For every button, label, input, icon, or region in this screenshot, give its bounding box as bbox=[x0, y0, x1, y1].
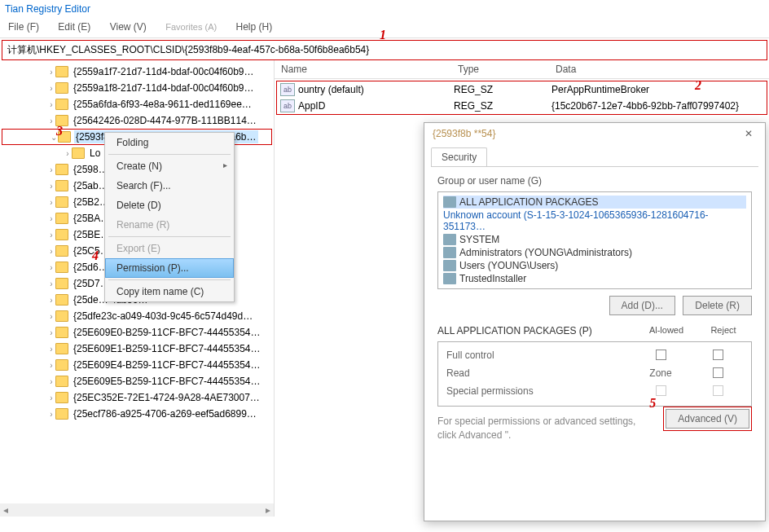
chevron-right-icon[interactable]: › bbox=[47, 117, 55, 125]
chevron-right-icon[interactable]: › bbox=[47, 361, 55, 370]
menu-edit[interactable]: Edit (E) bbox=[50, 18, 99, 36]
tree-item[interactable]: ›{25EC352E-72E1-4724-9A28-4AE73007… bbox=[0, 389, 274, 406]
advanced-button[interactable]: Advanced (V) bbox=[666, 409, 749, 429]
menu-favorites[interactable]: Favorites (A) bbox=[157, 19, 225, 35]
value-row[interactable]: abAppIDREG_SZ{15c20b67-12e7-4bb6-92bb-7a… bbox=[277, 98, 767, 114]
tree-item[interactable]: ›{25dfe23c-a049-403d-9c45-6c574d49d… bbox=[0, 308, 274, 324]
chevron-right-icon[interactable]: › bbox=[47, 165, 55, 174]
context-menu: Folding Create (N) Search (F)... Delete … bbox=[104, 132, 235, 302]
allow-checkbox[interactable]: Zone bbox=[632, 367, 689, 380]
group-item[interactable]: SYSTEM bbox=[443, 233, 746, 246]
chevron-right-icon[interactable]: › bbox=[47, 296, 55, 305]
col-data[interactable]: Data bbox=[549, 60, 769, 78]
chevron-right-icon[interactable]: › bbox=[47, 247, 55, 256]
value-row[interactable]: abountry (default)REG_SZPerAppRuntimeBro… bbox=[277, 81, 767, 98]
menu-view[interactable]: View (V) bbox=[102, 18, 155, 36]
folder-icon bbox=[55, 99, 68, 110]
group-item[interactable]: Administrators (YOUNG\Administrators) bbox=[443, 246, 746, 259]
perm-row: Special permissions bbox=[443, 383, 746, 401]
close-icon[interactable]: ✕ bbox=[740, 128, 757, 139]
ctx-copy-item-name[interactable]: Copy item name (C) bbox=[105, 282, 234, 301]
ctx-delete[interactable]: Delete (D) bbox=[105, 196, 234, 215]
allow-checkbox[interactable] bbox=[632, 385, 689, 398]
value-data: {15c20b67-12e7-4bb6-92bb-7aff07997402} bbox=[551, 100, 767, 112]
users-icon bbox=[443, 260, 456, 271]
group-name: SYSTEM bbox=[459, 234, 499, 245]
users-icon bbox=[443, 196, 456, 208]
ctx-rename[interactable]: Rename (R) bbox=[105, 215, 234, 235]
chevron-right-icon[interactable]: › bbox=[47, 198, 55, 207]
tree-label: {25EC352E-72E1-4724-9A28-4AE73007… bbox=[72, 391, 261, 404]
tree-scrollbar-h[interactable]: ◂▸ bbox=[0, 503, 274, 517]
ctx-permission[interactable]: Permission (P)... bbox=[105, 258, 234, 278]
col-name[interactable]: Name bbox=[275, 60, 451, 78]
tree-item[interactable]: ›{25E609E5-B259-11CF-BFC7-44455354… bbox=[0, 373, 274, 389]
chevron-right-icon[interactable]: › bbox=[47, 410, 55, 419]
group-item[interactable]: Users (YOUNG\Users) bbox=[443, 259, 746, 272]
group-item[interactable]: TrustedInstaller bbox=[443, 272, 746, 285]
chevron-right-icon[interactable]: › bbox=[47, 231, 55, 240]
chevron-right-icon[interactable]: ⌄ bbox=[50, 133, 58, 142]
chevron-right-icon[interactable]: › bbox=[47, 394, 55, 402]
group-name: Users (YOUNG\Users) bbox=[459, 260, 558, 271]
value-name: ountry (default) bbox=[298, 84, 364, 95]
tree-item[interactable]: ›{25642426-028D-4474-977B-111BB114… bbox=[0, 112, 274, 129]
col-deny: Reject bbox=[695, 325, 752, 336]
deny-checkbox[interactable] bbox=[689, 350, 746, 363]
tree-item[interactable]: ›{255a6fda-6f93-4e8a-9611-ded1169ee… bbox=[0, 96, 274, 112]
group-item[interactable]: Unknown account (S-1-15-3-1024-106536593… bbox=[443, 209, 746, 233]
address-bar[interactable]: 计算机\HKEY_CLASSES_ROOT\CLSID\{2593f8b9-4e… bbox=[2, 40, 767, 60]
tree-item[interactable]: ›{2559a1f8-21d7-11d4-bdaf-00c04f60b9… bbox=[0, 80, 274, 96]
tree-label: {2559a1f7-21d7-11d4-bdaf-00c04f60b9… bbox=[72, 65, 256, 78]
group-list[interactable]: ALL APPLICATION PACKAGESUnknown account … bbox=[437, 191, 752, 289]
chevron-right-icon[interactable]: › bbox=[47, 377, 55, 386]
tree-label: {25E609E0-B259-11CF-BFC7-44455354… bbox=[72, 326, 261, 339]
delete-button[interactable]: Delete (R) bbox=[683, 296, 752, 315]
folder-icon bbox=[55, 66, 68, 77]
group-label: Group or user name (G) bbox=[437, 175, 752, 187]
tree-item[interactable]: ›{25ecf786-a925-4706-a269-eef5ad6899… bbox=[0, 406, 274, 422]
chevron-right-icon[interactable]: › bbox=[47, 263, 55, 272]
group-name: TrustedInstaller bbox=[459, 273, 526, 284]
chevron-right-icon[interactable]: › bbox=[47, 182, 55, 191]
chevron-right-icon[interactable]: › bbox=[47, 84, 55, 93]
chevron-right-icon[interactable]: › bbox=[47, 214, 55, 223]
perm-name: Read bbox=[443, 367, 632, 380]
group-item[interactable]: ALL APPLICATION PACKAGES bbox=[443, 196, 746, 209]
advanced-note: For special permissions or advanced sett… bbox=[437, 415, 657, 442]
chevron-right-icon[interactable]: › bbox=[64, 149, 72, 158]
tree-item[interactable]: ›{25E609E4-B259-11CF-BFC7-44455354… bbox=[0, 357, 274, 373]
ctx-folding[interactable]: Folding bbox=[105, 133, 234, 152]
ctx-create[interactable]: Create (N) bbox=[105, 156, 234, 176]
chevron-right-icon[interactable]: › bbox=[47, 100, 55, 109]
tree-label: {25ecf786-a925-4706-a269-eef5ad6899… bbox=[72, 407, 258, 420]
ctx-search[interactable]: Search (F)... bbox=[105, 176, 234, 196]
folder-icon bbox=[55, 278, 68, 289]
chevron-right-icon[interactable]: › bbox=[47, 279, 55, 288]
tree-label: {25dfe23c-a049-403d-9c45-6c574d49d… bbox=[72, 310, 254, 323]
tree-item[interactable]: ›{2559a1f7-21d7-11d4-bdaf-00c04f60b9… bbox=[0, 64, 274, 80]
value-header[interactable]: Name Type Data bbox=[275, 60, 769, 79]
tree-item[interactable]: ›{25E609E1-B259-11CF-BFC7-44455354… bbox=[0, 341, 274, 357]
tab-security[interactable]: Security bbox=[431, 147, 487, 166]
menu-file[interactable]: File (F) bbox=[0, 18, 47, 36]
chevron-right-icon[interactable]: › bbox=[47, 68, 55, 77]
folder-icon bbox=[55, 196, 68, 208]
folder-icon bbox=[55, 392, 68, 403]
value-data: PerAppRuntimeBroker bbox=[551, 84, 767, 95]
chevron-right-icon[interactable]: › bbox=[47, 345, 55, 354]
folder-icon bbox=[55, 376, 68, 387]
menu-help[interactable]: Help (H) bbox=[227, 18, 280, 36]
chevron-right-icon[interactable]: › bbox=[47, 312, 55, 321]
allow-checkbox[interactable] bbox=[632, 350, 689, 363]
string-icon: ab bbox=[280, 99, 295, 112]
add-button[interactable]: Add (D)... bbox=[609, 296, 675, 315]
deny-checkbox[interactable] bbox=[689, 385, 746, 398]
ctx-export[interactable]: Export (E) bbox=[105, 239, 234, 258]
col-type[interactable]: Type bbox=[451, 60, 549, 78]
tree-item[interactable]: ›{25E609E0-B259-11CF-BFC7-44455354… bbox=[0, 324, 274, 341]
tree-label: {25E609E4-B259-11CF-BFC7-44455354… bbox=[72, 358, 261, 372]
deny-checkbox[interactable] bbox=[689, 367, 746, 380]
chevron-right-icon[interactable]: › bbox=[47, 328, 55, 337]
folder-icon bbox=[55, 229, 68, 240]
